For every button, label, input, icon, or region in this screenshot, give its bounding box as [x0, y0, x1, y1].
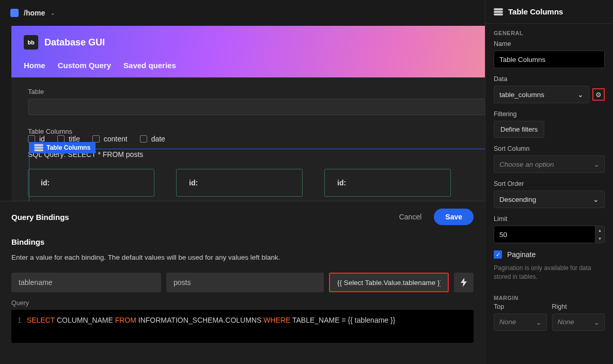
home-icon	[10, 9, 19, 17]
binding-default-input[interactable]	[166, 273, 324, 292]
binding-value-input[interactable]	[329, 273, 449, 292]
sort-column-label: Sort Column	[494, 145, 605, 152]
tab-saved-queries[interactable]: Saved queries	[123, 61, 176, 70]
chevron-down-icon: ⌄	[577, 90, 584, 99]
brand-logo: bb	[24, 35, 38, 50]
limit-input[interactable]	[494, 226, 595, 243]
filtering-label: Filtering	[494, 110, 605, 118]
panel-title: Query Bindings	[11, 213, 69, 221]
margin-top-select[interactable]: None⌄	[494, 313, 547, 331]
save-button[interactable]: Save	[434, 209, 474, 225]
margin-top-label: Top	[494, 303, 547, 310]
component-title: Table Columns	[28, 128, 72, 135]
paginate-note: Pagination is only available for data st…	[485, 264, 613, 289]
breadcrumb-path[interactable]: /home	[24, 9, 45, 17]
sort-order-select[interactable]: Descending⌄	[494, 191, 605, 208]
query-code[interactable]: 1SELECT COLUMN_NAME FROM INFORMATION_SCH…	[11, 310, 474, 343]
component-tag[interactable]: Table Columns	[29, 142, 96, 153]
binding-name-input[interactable]	[11, 273, 161, 292]
data-label: Data	[494, 75, 605, 83]
chevron-down-icon: ⌄	[593, 160, 599, 168]
check-label-content: content	[104, 135, 128, 143]
margin-right-select[interactable]: None⌄	[552, 313, 605, 331]
component-tag-label: Table Columns	[46, 144, 90, 151]
sort-order-label: Sort Order	[494, 180, 605, 187]
tab-custom-query[interactable]: Custom Query	[58, 61, 111, 70]
checkbox-date[interactable]	[140, 135, 147, 143]
app-title: Database GUI	[44, 37, 105, 48]
check-label-date: date	[151, 135, 165, 143]
bolt-button[interactable]	[454, 273, 474, 292]
section-general: GENERAL	[485, 24, 613, 38]
chevron-down-icon: ⌄	[593, 318, 599, 326]
paginate-label: Paginate	[507, 250, 536, 259]
margin-right-label: Right	[552, 303, 605, 310]
paginate-checkbox[interactable]: ✓	[494, 250, 502, 259]
sort-column-select[interactable]: Choose an option⌄	[494, 155, 605, 173]
checkbox-id[interactable]	[28, 135, 35, 143]
chevron-down-icon[interactable]: ⌄	[50, 9, 55, 17]
data-settings-button[interactable]: ⚙	[592, 88, 605, 101]
checkbox-content[interactable]	[92, 135, 100, 143]
line-number: 1	[18, 316, 22, 324]
limit-label: Limit	[494, 215, 605, 223]
database-icon	[34, 144, 43, 151]
tab-home[interactable]: Home	[24, 61, 45, 70]
stepper-down[interactable]: ▼	[595, 234, 604, 243]
data-select[interactable]: table_columns⌄	[494, 86, 589, 103]
define-filters-button[interactable]: Define filters	[494, 121, 544, 138]
chevron-down-icon: ⌄	[593, 195, 599, 203]
database-icon	[494, 8, 503, 15]
query-label: Query	[11, 299, 474, 307]
chevron-down-icon: ⌄	[536, 318, 541, 326]
cancel-button[interactable]: Cancel	[393, 209, 428, 225]
name-input[interactable]	[494, 51, 605, 68]
checkbox-title[interactable]	[57, 135, 65, 143]
section-margin: MARGIN	[485, 289, 613, 303]
bindings-section-title: Bindings	[11, 238, 474, 246]
bindings-hint: Enter a value for each binding. The defa…	[11, 254, 474, 261]
name-label: Name	[494, 40, 605, 48]
panel-title: Table Columns	[508, 7, 563, 16]
stepper-up[interactable]: ▲	[595, 226, 604, 234]
